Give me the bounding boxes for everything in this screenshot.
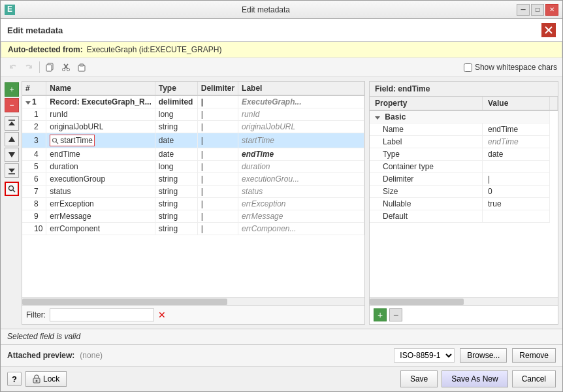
maximize-button[interactable]: □ [531,4,544,16]
prop-row-delimiter[interactable]: Delimiter | [370,173,558,186]
row-type: date [155,133,197,148]
row-num: 4 [22,148,46,161]
row-label: errException [238,198,364,210]
show-whitespace-label[interactable]: Show whitespace chars [475,63,557,72]
svg-point-23 [36,380,38,382]
table-scroll[interactable]: # Name Type Delimiter Label [22,82,364,297]
props-table-area[interactable]: Property Value Basic [370,97,558,297]
prop-row-default[interactable]: Default [370,210,558,223]
row-name: originalJobURL [46,121,155,133]
status-message: Selected field is valid [7,332,80,341]
lock-button[interactable]: Lock [25,371,67,387]
col-header-delimiter: Delimiter [197,82,238,95]
table-row[interactable]: 1 runId long | runId [22,108,364,121]
show-whitespace-checkbox[interactable] [464,63,472,72]
auto-detected-bar: Auto-detected from: ExecuteGraph (id:EXE… [1,42,562,58]
prop-row-container-type[interactable]: Container type [370,161,558,173]
row-num: 10 [22,223,46,235]
prop-row-nullable[interactable]: Nullable true [370,198,558,210]
window-title: Edit metadata [15,5,517,14]
table-row[interactable]: 8 errException string | errException [22,198,364,210]
row-delimiter: | [197,133,238,148]
row-num: 3 [22,133,46,148]
table-row[interactable]: 3 startTime date | startTime [22,133,364,148]
prop-row-size[interactable]: Size 0 [370,186,558,198]
table-row[interactable]: 10 errComponent string | errComponen... [22,223,364,235]
svg-marker-15 [8,152,15,157]
prop-row-label[interactable]: Label endTime [370,136,558,148]
minimize-button[interactable]: ─ [517,4,530,16]
table-row[interactable]: 1 Record: ExecuteGraph_R... delimited | … [22,95,364,108]
prop-section-basic: Basic [370,110,558,123]
prop-value: endTime [483,123,550,136]
filter-clear-button[interactable]: ✕ [158,310,166,320]
row-delimiter: | [197,95,238,108]
remove-preview-button[interactable]: Remove [512,348,556,363]
col-header-num: # [22,82,46,95]
bottom-left: ? Lock [7,371,67,387]
remove-field-button[interactable]: − [5,98,19,112]
close-button[interactable]: ✕ [545,4,558,16]
row-num: 7 [22,186,46,198]
help-button[interactable]: ? [7,372,22,386]
encoding-select[interactable]: ISO-8859-1 UTF-8 UTF-16 [394,348,455,363]
row-num: 2 [22,121,46,133]
row-label: executionGrou... [238,173,364,186]
table-hscrollbar[interactable] [22,297,364,305]
save-button[interactable]: Save [400,370,438,387]
prop-name: Delimiter [370,173,483,186]
col-header-label: Label [238,82,364,95]
props-hscrollbar[interactable] [370,297,558,305]
row-num: 1 [22,108,46,121]
table-row[interactable]: 7 status string | status [22,186,364,198]
move-bottom-button[interactable] [5,163,19,178]
prop-name: Label [370,136,483,148]
row-name: runId [46,108,155,121]
title-controls: ─ □ ✕ [517,4,558,16]
preview-bar: Attached preview: (none) ISO-8859-1 UTF-… [1,344,562,366]
browse-button[interactable]: Browse... [460,348,507,363]
search-field-button[interactable] [5,182,19,196]
table-row[interactable]: 9 errMessage string | errMessage [22,210,364,223]
row-label: ExecuteGraph... [238,95,364,108]
remove-property-button[interactable]: − [389,308,402,321]
add-field-button[interactable]: + [5,82,19,97]
move-down-button[interactable] [5,148,19,162]
row-label: endTime [238,148,364,161]
header-close-button[interactable] [541,23,556,37]
redo-button[interactable] [22,60,36,74]
table-row[interactable]: 5 duration long | duration [22,161,364,173]
prop-value [483,161,550,173]
filter-input[interactable] [50,308,154,321]
row-delimiter: | [197,173,238,186]
row-num: 6 [22,173,46,186]
prop-row-name[interactable]: Name endTime [370,123,558,136]
main-content: + − [1,77,562,329]
properties-table: Property Value Basic [370,97,558,223]
status-bar: Selected field is valid [1,329,562,344]
cut-button[interactable] [59,60,73,74]
prop-row-type[interactable]: Type date [370,148,558,161]
table-row[interactable]: 4 endTime date | endTime [22,148,364,161]
add-property-button[interactable]: + [374,308,387,321]
move-top-button[interactable] [5,116,19,131]
row-delimiter: | [197,108,238,121]
cancel-button[interactable]: Cancel [512,370,556,387]
row-type: string [155,121,197,133]
copy-metadata-button[interactable] [43,60,57,74]
undo-button[interactable] [6,60,20,74]
toolbar-left [6,60,89,74]
table-row[interactable]: 6 executionGroup string | executionGrou.… [22,173,364,186]
prop-value: endTime [483,136,550,148]
prop-value [483,210,550,223]
row-label: runId [238,108,364,121]
svg-rect-5 [46,65,52,71]
svg-marker-14 [8,137,15,142]
svg-line-19 [13,190,15,192]
move-up-button[interactable] [5,132,19,146]
paste-button[interactable] [74,60,89,74]
save-as-new-button[interactable]: Save As New [442,370,507,387]
table-row[interactable]: 2 originalJobURL string | originalJobURL [22,121,364,133]
prop-name: Type [370,148,483,161]
prop-actions: + − [370,305,558,324]
